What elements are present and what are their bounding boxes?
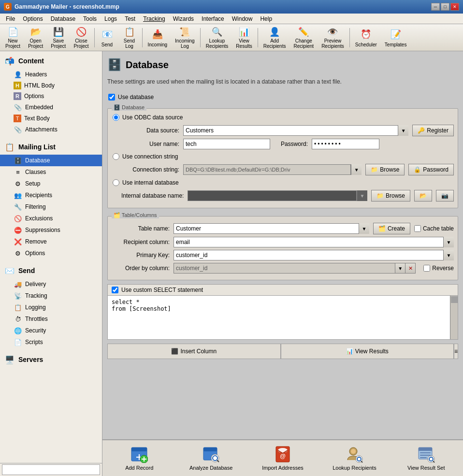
use-database-label[interactable]: Use database — [118, 94, 154, 101]
analyze-database-button[interactable]: Analyze Database — [176, 442, 246, 475]
use-database-row: Use database — [107, 92, 458, 102]
reverse-checkbox[interactable] — [423, 265, 430, 272]
sidebar-search-input[interactable] — [2, 464, 100, 475]
menu-help[interactable]: Help — [256, 14, 276, 23]
menu-wizards[interactable]: Wizards — [169, 14, 198, 23]
open-project-button[interactable]: 📂 OpenProject — [25, 26, 46, 49]
primary-key-label: Primary Key: — [112, 252, 170, 259]
sidebar-item-setup[interactable]: ⚙ Setup — [0, 178, 102, 189]
password-button[interactable]: 🔒 Password — [408, 164, 454, 175]
order-by-clear-btn[interactable]: ✕ — [405, 263, 416, 274]
incoming-log-button[interactable]: 📜 IncomingLog — [172, 26, 198, 49]
preview-recipients-button[interactable]: 👁️ PreviewRecipients — [318, 26, 347, 49]
sidebar-item-suppressions[interactable]: ⛔ Suppressions — [0, 224, 102, 236]
use-database-checkbox[interactable] — [108, 94, 115, 101]
cache-table-checkbox[interactable] — [414, 225, 421, 232]
select-scrollbar[interactable] — [450, 296, 458, 339]
lookup-recipients-button[interactable]: 🔍 LookupRecipients — [203, 26, 232, 49]
select-body[interactable]: select * from [Screenshot] — [108, 296, 450, 339]
menu-options[interactable]: Options — [19, 14, 46, 23]
reverse-label[interactable]: Reverse — [432, 265, 454, 272]
change-recipient-button[interactable]: ✏️ ChangeRecipient — [290, 26, 317, 49]
templates-button[interactable]: 📝 Templates — [381, 26, 410, 49]
sidebar-item-throttles[interactable]: ⏱ Throttles — [0, 313, 102, 325]
close-button[interactable]: ✕ — [450, 3, 459, 11]
lookup-recipients-action-button[interactable]: Lookup Recipients — [319, 442, 389, 475]
import-addresses-button[interactable]: @ Import Addresses — [248, 442, 318, 475]
scheduler-button[interactable]: ⏰ Scheduler — [352, 26, 380, 49]
use-select-checkbox[interactable] — [112, 287, 118, 293]
menu-tracking[interactable]: Tracking — [139, 14, 169, 23]
sidebar-item-options[interactable]: R Options — [0, 91, 102, 101]
sidebar-item-clauses[interactable]: ≡ Clauses — [0, 166, 102, 178]
titlebar-buttons[interactable]: ─ □ ✕ — [431, 3, 459, 11]
database-label: Database — [25, 157, 50, 164]
table-name-select[interactable]: Customer — [174, 223, 369, 234]
minimize-button[interactable]: ─ — [431, 3, 440, 11]
view-results-toolbar-button[interactable]: 📊 ViewResults — [232, 26, 255, 49]
save-project-button[interactable]: 💾 SaveProject — [47, 26, 69, 49]
sidebar-item-embedded[interactable]: 📎 Embedded — [0, 101, 102, 113]
send-button[interactable]: 📧 Send — [97, 26, 118, 49]
menu-file[interactable]: File — [2, 14, 19, 23]
view-results-button[interactable]: 📊 View Results — [281, 344, 454, 359]
primary-key-select[interactable]: customer_id — [174, 250, 454, 260]
analyze-db-label: Analyze Database — [189, 465, 232, 471]
conn-string-label[interactable]: Use connection string — [122, 153, 178, 160]
menu-database[interactable]: Database — [47, 14, 79, 23]
order-by-dropdown-btn[interactable]: ▼ — [395, 263, 405, 274]
conn-string-radio[interactable] — [113, 153, 119, 160]
data-source-select[interactable]: Customers — [183, 125, 408, 136]
sidebar-item-exclusions[interactable]: 🚫 Exclusions — [0, 213, 102, 224]
sidebar-item-database[interactable]: 🗄️ Database — [0, 155, 102, 166]
sidebar-item-delivery[interactable]: 🚚 Delivery — [0, 278, 102, 290]
internal-folder-button[interactable]: 📂 — [414, 190, 432, 202]
odbc-radio[interactable] — [113, 114, 119, 121]
scripts-icon: 📄 — [14, 338, 22, 346]
menu-test[interactable]: Test — [121, 14, 139, 23]
cache-table-label[interactable]: Cache table — [423, 225, 454, 232]
maximize-button[interactable]: □ — [441, 3, 449, 11]
sidebar-item-recipients[interactable]: 👥 Recipients — [0, 189, 102, 201]
send-log-button[interactable]: 📋 SendLog — [119, 26, 140, 49]
user-name-input[interactable] — [183, 139, 270, 149]
browse-button[interactable]: 📁 Browse — [365, 164, 405, 175]
conn-string-input[interactable] — [183, 164, 351, 175]
scrollbar-up[interactable] — [451, 296, 458, 303]
internal-db-select[interactable] — [188, 190, 357, 201]
internal-db-radio[interactable] — [113, 179, 119, 186]
create-button[interactable]: 🗂️ Create — [373, 223, 410, 234]
password-input[interactable] — [312, 139, 379, 149]
sidebar-item-headers[interactable]: 👤 Headers — [0, 69, 102, 80]
sidebar-item-remove[interactable]: ❌ Remove — [0, 236, 102, 247]
sidebar-item-scripts[interactable]: 📄 Scripts — [0, 336, 102, 348]
internal-db-label[interactable]: Use internal database — [122, 179, 179, 186]
menu-window[interactable]: Window — [228, 14, 257, 23]
recipient-col-select[interactable]: email — [174, 237, 454, 247]
sidebar-item-options-ml[interactable]: ⚙ Options — [0, 247, 102, 259]
odbc-label[interactable]: Use ODBC data source — [122, 114, 183, 121]
sidebar-item-attachments[interactable]: 📎 Attachments — [0, 124, 102, 135]
new-project-button[interactable]: 📄 NewProject — [2, 26, 24, 49]
sidebar-item-text-body[interactable]: T Text Body — [0, 113, 102, 124]
use-select-label[interactable]: Use custom SELECT statement — [121, 287, 203, 293]
add-record-button[interactable]: Add Record — [104, 442, 174, 475]
sidebar-item-filtering[interactable]: 🔧 Filtering — [0, 201, 102, 213]
menu-interface[interactable]: Interface — [198, 14, 228, 23]
menu-button[interactable]: ≡ — [454, 344, 458, 359]
incoming-button[interactable]: 📥 Incoming — [145, 26, 171, 49]
register-button[interactable]: 🔑 Register — [412, 125, 454, 136]
menu-tools[interactable]: Tools — [79, 14, 101, 23]
close-project-button[interactable]: 🚫 CloseProject — [70, 26, 92, 49]
sidebar-item-security[interactable]: 🌐 Security — [0, 325, 102, 336]
internal-camera-button[interactable]: 📷 — [436, 190, 454, 202]
internal-browse-button[interactable]: 📁 Browse — [371, 190, 410, 202]
sidebar-item-tracking[interactable]: 📡 Tracking — [0, 290, 102, 302]
menu-logs[interactable]: Logs — [101, 14, 121, 23]
sidebar-item-html-body[interactable]: H HTML Body — [0, 80, 102, 91]
sidebar-item-logging[interactable]: 📋 Logging — [0, 302, 102, 313]
view-result-set-button[interactable]: View Result Set — [391, 442, 461, 475]
insert-column-button[interactable]: ⬛ Insert Column — [108, 344, 281, 359]
order-by-input[interactable] — [174, 263, 395, 274]
add-recipients-button[interactable]: 👤 AddRecipients — [260, 26, 289, 49]
